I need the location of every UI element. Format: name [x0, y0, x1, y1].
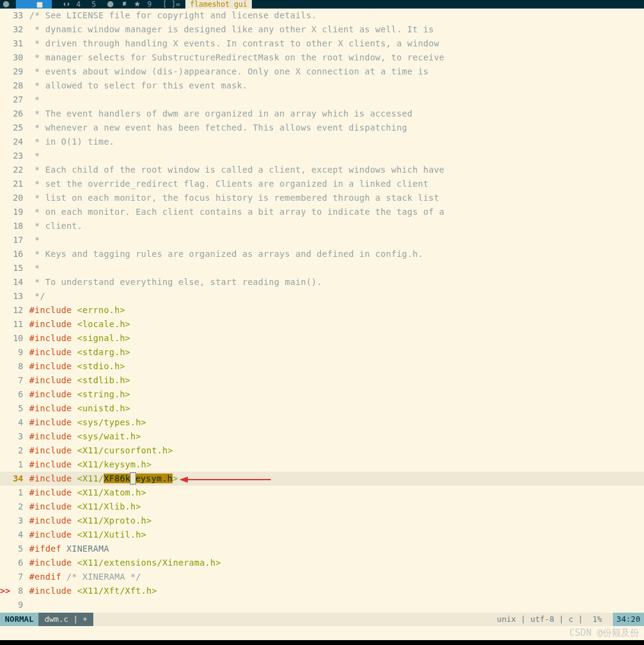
code-content: #include <X11/XF86keysym.h>	[27, 472, 644, 486]
line-number: 19	[0, 205, 27, 219]
code-line[interactable]: 5#include <unistd.h>	[0, 402, 644, 416]
code-line[interactable]: 11#include <locale.h>	[0, 317, 644, 331]
window-title: flameshot gui	[185, 0, 252, 9]
code-line[interactable]: 28 * allowed to select for this event ma…	[0, 79, 644, 93]
code-line[interactable]: 13 */	[0, 289, 644, 303]
code-line[interactable]: 30 * manager selects for SubstructureRed…	[0, 51, 644, 65]
code-line[interactable]: 1#include <X11/keysym.h>	[0, 458, 644, 472]
code-content: *	[27, 149, 644, 163]
code-line[interactable]: 33/* See LICENSE file for copyright and …	[0, 9, 644, 23]
code-line[interactable]: 24 * in O(1) time.	[0, 135, 644, 149]
code-content: *	[27, 261, 644, 275]
code-line[interactable]: 25 * whenever a new event has been fetch…	[0, 121, 644, 135]
code-line[interactable]: 17 *	[0, 233, 644, 247]
editor-viewport[interactable]: 33/* See LICENSE file for copyright and …	[0, 9, 644, 613]
code-line[interactable]: 14 * To understand everything else, star…	[0, 275, 644, 289]
code-line[interactable]: 6#include <X11/extensions/Xinerama.h>	[0, 556, 644, 570]
terminal-icon	[36, 1, 43, 9]
code-line[interactable]: 16 * Keys and tagging rules are organize…	[0, 247, 644, 261]
line-number: >>8	[0, 584, 27, 598]
tag-9[interactable]: 9	[147, 0, 151, 9]
code-line[interactable]: 10#include <signal.h>	[0, 331, 644, 345]
line-number: 24	[0, 135, 27, 149]
code-content: * on each monitor. Each client contains …	[27, 205, 644, 219]
line-number: 27	[0, 93, 27, 107]
code-line[interactable]: 1#include <X11/Xatom.h>	[0, 486, 644, 500]
code-line[interactable]: 3#include <X11/Xproto.h>	[0, 514, 644, 528]
code-content: #include <locale.h>	[27, 317, 644, 331]
code-line[interactable]: 19 * on each monitor. Each client contai…	[0, 205, 644, 219]
code-line[interactable]: >>8#include <X11/Xft/Xft.h>	[0, 584, 644, 598]
code-content: #include <stdio.h>	[27, 359, 644, 373]
line-number: 20	[0, 191, 27, 205]
line-number: 28	[0, 79, 27, 93]
code-content: * Keys and tagging rules are organized a…	[27, 247, 644, 261]
code-line[interactable]: 2#include <X11/cursorfont.h>	[0, 444, 644, 458]
tag-5[interactable]: 5	[91, 0, 96, 9]
code-line[interactable]: 7#endif /* XINERAMA */	[0, 570, 644, 584]
code-content: #include <stdlib.h>	[27, 373, 644, 387]
code-line[interactable]: 15 *	[0, 261, 644, 275]
code-content: * dynamic window manager is designed lik…	[27, 23, 644, 37]
code-content: #include <X11/Xproto.h>	[27, 514, 644, 528]
layout-symbol[interactable]: [ ]=	[163, 0, 181, 9]
code-line[interactable]: 2#include <X11/Xlib.h>	[0, 500, 644, 514]
code-line[interactable]: 9	[0, 598, 644, 612]
code-content: #include <signal.h>	[27, 331, 644, 345]
code-content: #include <sys/wait.h>	[27, 430, 644, 444]
code-line[interactable]: 6#include <string.h>	[0, 387, 644, 402]
code-line[interactable]: 29 * events about window (dis-)appearanc…	[0, 65, 644, 79]
line-number: 16	[0, 247, 27, 261]
code-content: #include <X11/extensions/Xinerama.h>	[27, 556, 644, 570]
line-number: 3	[0, 514, 27, 528]
code-line[interactable]: 20 * list on each monitor, the focus his…	[0, 191, 644, 205]
code-content: #include <X11/Xlib.h>	[27, 500, 644, 514]
line-number: 7	[0, 570, 27, 584]
line-number: 25	[0, 121, 27, 135]
code-content: * whenever a new event has been fetched.…	[27, 121, 644, 135]
line-number: 3	[0, 430, 27, 444]
code-line[interactable]: 22 * Each child of the root window is ca…	[0, 163, 644, 177]
line-number: 8	[0, 359, 27, 373]
code-line[interactable]: 4#include <X11/Xutil.h>	[0, 528, 644, 542]
code-line[interactable]: 23 *	[0, 149, 644, 163]
line-number: 13	[0, 289, 27, 303]
code-line[interactable]: 9#include <stdarg.h>	[0, 345, 644, 359]
code-content: * driven through handling X events. In c…	[27, 37, 644, 51]
code-content: #include <X11/Xatom.h>	[27, 486, 644, 500]
code-line[interactable]: 12#include <errno.h>	[0, 303, 644, 317]
code-line[interactable]: 34#include <X11/XF86keysym.h>	[0, 472, 644, 486]
mode-indicator: NORMAL	[0, 613, 38, 626]
line-number: 1	[0, 486, 27, 500]
code-line[interactable]: 4#include <sys/types.h>	[0, 416, 644, 430]
code-content: * list on each monitor, the focus histor…	[27, 191, 644, 205]
code-content: * in O(1) time.	[27, 135, 644, 149]
line-number: 4	[0, 528, 27, 542]
code-content: #endif /* XINERAMA */	[27, 570, 644, 584]
code-line[interactable]: 7#include <stdlib.h>	[0, 373, 644, 387]
code-line[interactable]: 18 * client.	[0, 219, 644, 233]
code-line[interactable]: 26 * The event handlers of dwm are organ…	[0, 107, 644, 121]
code-line[interactable]: 27 *	[0, 93, 644, 107]
code-content: * set the override_redirect flag. Client…	[27, 177, 644, 191]
code-line[interactable]: 5#ifdef XINERAMA	[0, 542, 644, 556]
line-number: 18	[0, 219, 27, 233]
line-number: 14	[0, 275, 27, 289]
code-content: #ifdef XINERAMA	[27, 542, 644, 556]
svg-marker-4	[179, 477, 188, 483]
code-line[interactable]: 32 * dynamic window manager is designed …	[0, 23, 644, 37]
line-number: 22	[0, 163, 27, 177]
chat-icon	[134, 1, 141, 8]
code-icon	[63, 1, 70, 8]
code-line[interactable]: 3#include <sys/wait.h>	[0, 430, 644, 444]
code-content: #include <errno.h>	[27, 303, 644, 317]
line-number: 33	[0, 9, 27, 23]
tag-4[interactable]: 4	[76, 0, 80, 9]
code-line[interactable]: 31 * driven through handling X events. I…	[0, 37, 644, 51]
code-line[interactable]: 21 * set the override_redirect flag. Cli…	[0, 177, 644, 191]
code-line[interactable]: 8#include <stdio.h>	[0, 359, 644, 373]
code-content: *	[27, 93, 644, 107]
code-content: #include <X11/cursorfont.h>	[27, 444, 644, 458]
line-number: 26	[0, 107, 27, 121]
code-content: * The event handlers of dwm are organize…	[27, 107, 644, 121]
